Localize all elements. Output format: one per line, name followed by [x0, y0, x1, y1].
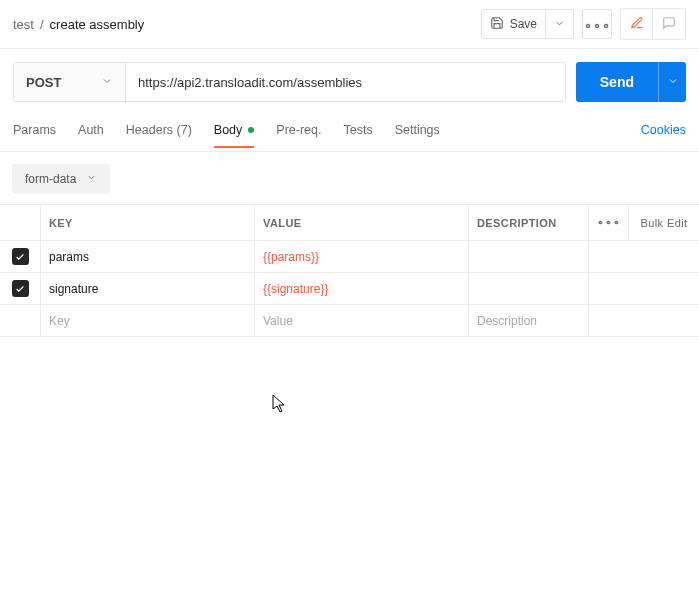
table-header-description: DESCRIPTION	[468, 205, 588, 241]
value-input[interactable]: Value	[254, 305, 468, 337]
key-input[interactable]: signature	[40, 273, 254, 305]
description-input[interactable]	[468, 273, 588, 305]
more-horizontal-icon: ∘∘∘	[584, 17, 611, 32]
value-input[interactable]: {{signature}}	[254, 273, 468, 305]
form-data-table: KEY VALUE DESCRIPTION ∘∘∘ Bulk Edit para…	[0, 204, 699, 337]
breadcrumb-request-name[interactable]: create assembly	[50, 17, 145, 32]
chevron-down-icon	[101, 75, 113, 90]
value-input[interactable]: {{params}}	[254, 241, 468, 273]
row-toggle[interactable]	[0, 241, 40, 273]
row-toggle[interactable]	[0, 273, 40, 305]
tab-prereq[interactable]: Pre-req.	[276, 123, 321, 147]
save-dropdown[interactable]	[546, 9, 574, 39]
tab-params[interactable]: Params	[13, 123, 56, 147]
key-input[interactable]: Key	[40, 305, 254, 337]
checkbox-checked-icon	[12, 248, 29, 265]
tab-headers[interactable]: Headers (7)	[126, 123, 192, 147]
pencil-icon	[630, 16, 644, 33]
http-method-label: POST	[26, 75, 61, 90]
cookies-link[interactable]: Cookies	[641, 123, 686, 147]
url-input[interactable]: https://api2.transloadit.com/assemblies	[126, 63, 565, 101]
table-header-checkbox	[0, 205, 40, 241]
request-line: POST https://api2.transloadit.com/assemb…	[13, 62, 566, 102]
send-button[interactable]: Send	[576, 62, 658, 102]
body-type-dropdown[interactable]: form-data	[12, 164, 110, 194]
table-header-key: KEY	[40, 205, 254, 241]
http-method-dropdown[interactable]: POST	[14, 63, 126, 101]
send-dropdown[interactable]	[658, 62, 686, 102]
chevron-down-icon	[86, 172, 97, 186]
key-input[interactable]: params	[40, 241, 254, 273]
breadcrumb: test / create assembly	[13, 17, 144, 32]
save-button[interactable]: Save	[481, 9, 546, 39]
row-trailing	[588, 305, 699, 337]
tab-body[interactable]: Body	[214, 123, 255, 147]
table-header-value: VALUE	[254, 205, 468, 241]
comment-mode-button[interactable]	[653, 9, 685, 39]
row-toggle-placeholder	[0, 305, 40, 337]
bulk-edit-button[interactable]: Bulk Edit	[628, 205, 699, 241]
more-horizontal-icon: ∘∘∘	[597, 216, 621, 229]
modified-dot-icon	[248, 127, 254, 133]
chevron-down-icon	[667, 75, 679, 90]
description-input[interactable]	[468, 241, 588, 273]
tab-body-label: Body	[214, 123, 243, 137]
breadcrumb-separator: /	[38, 17, 46, 32]
mouse-cursor-icon	[272, 394, 288, 417]
breadcrumb-collection[interactable]: test	[13, 17, 34, 32]
chevron-down-icon	[554, 17, 565, 32]
tab-auth[interactable]: Auth	[78, 123, 104, 147]
save-icon	[490, 16, 504, 33]
row-trailing	[588, 241, 699, 273]
row-trailing	[588, 273, 699, 305]
save-button-label: Save	[510, 17, 539, 31]
body-type-label: form-data	[25, 172, 76, 186]
comment-icon	[662, 16, 676, 33]
tab-settings[interactable]: Settings	[395, 123, 440, 147]
more-actions-button[interactable]: ∘∘∘	[582, 9, 612, 39]
edit-mode-button[interactable]	[621, 9, 653, 39]
mode-toggle	[620, 8, 686, 40]
description-input[interactable]: Description	[468, 305, 588, 337]
checkbox-checked-icon	[12, 280, 29, 297]
tab-tests[interactable]: Tests	[343, 123, 372, 147]
table-column-options[interactable]: ∘∘∘	[588, 205, 628, 241]
